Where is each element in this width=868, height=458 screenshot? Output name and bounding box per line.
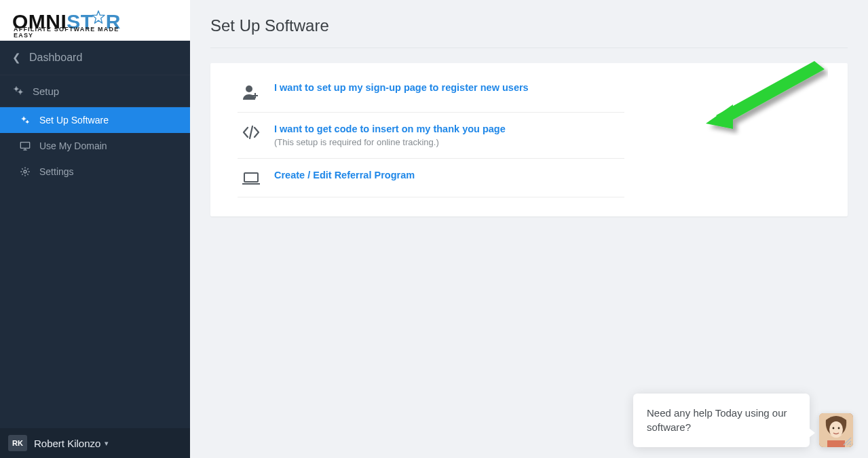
svg-rect-13 xyxy=(244,173,258,182)
setup-card: I want to set up my sign-up page to regi… xyxy=(210,63,848,216)
option-list: I want to set up my sign-up page to regi… xyxy=(238,82,624,197)
sidebar-item-set-up-software[interactable]: Set Up Software xyxy=(0,107,190,133)
user-initials-badge: RK xyxy=(8,435,27,451)
page-title: Set Up Software xyxy=(210,11,848,48)
gears-icon xyxy=(19,115,31,126)
user-name: Robert Kilonzo xyxy=(34,438,100,449)
nav-section-label: Setup xyxy=(33,85,59,97)
svg-rect-11 xyxy=(252,95,258,96)
option-link-signup[interactable]: I want to set up my sign-up page to regi… xyxy=(274,82,529,93)
svg-line-23 xyxy=(844,438,851,445)
svg-point-2 xyxy=(19,90,22,94)
sidebar-item-label: Use My Domain xyxy=(39,140,107,151)
chat-widget: Need any help Today using our software? xyxy=(633,394,853,448)
chevron-down-icon: ▾ xyxy=(105,439,109,448)
svg-line-25 xyxy=(850,444,851,445)
cogs-icon xyxy=(12,85,24,97)
user-menu[interactable]: RK Robert Kilonzo ▾ xyxy=(0,428,190,458)
logo-tagline: AFFILIATE SOFTWARE MADE EASY xyxy=(14,26,121,39)
app-root: OMNISTR AFFILIATE SOFTWARE MADE EASY ❮ D… xyxy=(0,0,868,458)
svg-point-20 xyxy=(833,427,835,430)
user-plus-icon xyxy=(238,82,265,101)
svg-line-12 xyxy=(250,126,252,138)
nav-section-setup[interactable]: Setup xyxy=(0,75,190,107)
svg-marker-0 xyxy=(92,11,105,23)
monitor-icon xyxy=(19,141,31,151)
svg-rect-5 xyxy=(20,142,29,149)
logo[interactable]: OMNISTR AFFILIATE SOFTWARE MADE EASY xyxy=(0,0,190,41)
sidebar-item-use-my-domain[interactable]: Use My Domain xyxy=(0,133,190,159)
resize-handle-icon[interactable] xyxy=(838,432,854,449)
option-sub-get-code: (This setup is required for online track… xyxy=(274,137,506,147)
gear-icon xyxy=(19,166,31,177)
main-content: Set Up Software I want to set up my sign… xyxy=(190,0,868,458)
option-body: Create / Edit Referral Program xyxy=(274,170,415,180)
chat-message: Need any help Today using our software? xyxy=(647,407,787,434)
option-link-referral[interactable]: Create / Edit Referral Program xyxy=(274,170,415,180)
sidebar-item-label: Set Up Software xyxy=(39,115,109,126)
chevron-left-icon: ❮ xyxy=(12,52,21,64)
code-icon xyxy=(238,123,265,140)
sidebar: OMNISTR AFFILIATE SOFTWARE MADE EASY ❮ D… xyxy=(0,0,190,458)
svg-point-9 xyxy=(246,85,252,92)
option-link-get-code[interactable]: I want to get code to insert on my thank… xyxy=(274,123,506,134)
laptop-icon xyxy=(238,170,265,186)
sidebar-item-label: Settings xyxy=(39,166,74,177)
svg-point-1 xyxy=(15,88,18,91)
svg-point-21 xyxy=(838,427,840,430)
sidebar-item-settings[interactable]: Settings xyxy=(0,159,190,185)
chat-bubble[interactable]: Need any help Today using our software? xyxy=(633,394,810,448)
nav-back-label: Dashboard xyxy=(29,52,82,64)
option-body: I want to set up my sign-up page to regi… xyxy=(274,82,529,93)
option-referral-program: Create / Edit Referral Program xyxy=(238,159,624,197)
svg-point-3 xyxy=(22,117,25,120)
option-body: I want to get code to insert on my thank… xyxy=(274,123,506,147)
nav-back-dashboard[interactable]: ❮ Dashboard xyxy=(0,41,190,75)
svg-point-8 xyxy=(24,170,26,173)
option-signup-page: I want to set up my sign-up page to regi… xyxy=(238,82,624,113)
svg-point-4 xyxy=(26,121,29,123)
option-get-code: I want to get code to insert on my thank… xyxy=(238,113,624,159)
logo-text: OMNISTR AFFILIATE SOFTWARE MADE EASY xyxy=(12,12,121,32)
